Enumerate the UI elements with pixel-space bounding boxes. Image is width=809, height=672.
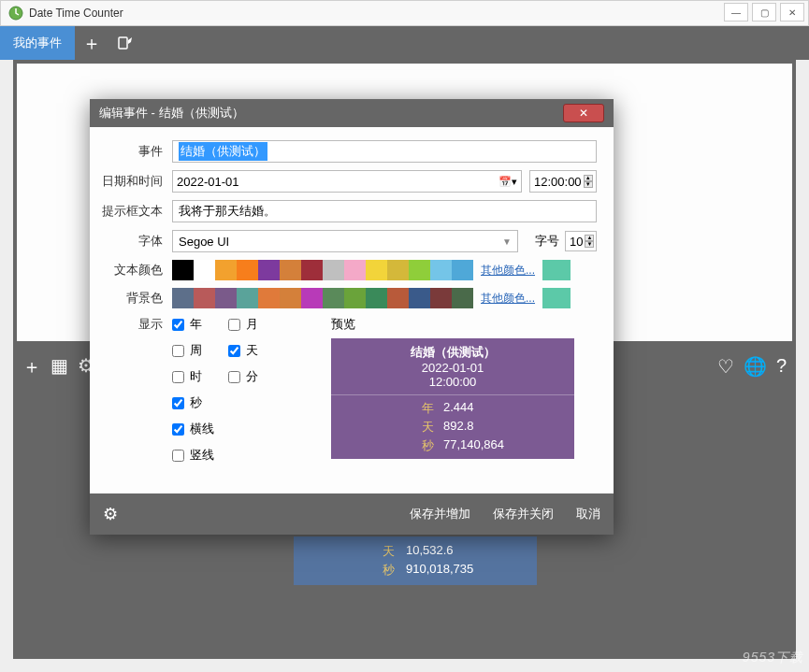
bg-color-swatches [172,288,473,308]
preview-date: 2022-01-01 [331,361,574,375]
more-text-color-link[interactable]: 其他颜色... [481,263,535,279]
text-color-swatch[interactable] [430,260,452,280]
text-color-swatch[interactable] [237,260,258,280]
bg-color-swatch[interactable] [258,288,280,308]
text-color-swatch[interactable] [194,260,215,280]
bg-row-val: 10,532.6 [406,543,454,560]
bg-color-swatch[interactable] [215,288,237,308]
check-year[interactable]: 年 [172,316,228,333]
chevron-down-icon: ▼ [502,236,512,247]
label-textcolor: 文本颜色 [99,262,172,279]
time-value: 12:00:00 [534,175,582,189]
add-event-icon[interactable]: ＋ [22,354,41,379]
text-color-swatch[interactable] [172,260,194,280]
cancel-button[interactable]: 取消 [576,506,600,522]
label-datetime: 日期和时间 [99,173,172,190]
dialog-close-button[interactable]: ✕ [563,104,604,122]
text-color-swatch[interactable] [301,260,323,280]
maximize-button[interactable]: ▢ [752,3,776,21]
check-vline[interactable]: 竖线 [172,447,228,464]
more-bg-color-link[interactable]: 其他颜色... [481,291,535,307]
minimize-button[interactable]: — [724,3,748,21]
help-icon[interactable]: ? [776,355,787,378]
edit-button[interactable] [108,26,142,60]
text-color-swatch[interactable] [258,260,280,280]
date-value: 2022-01-01 [177,175,239,189]
check-second[interactable]: 秒 [172,394,228,411]
bg-color-swatch[interactable] [452,288,473,308]
check-hline[interactable]: 横线 [172,421,228,437]
font-select[interactable]: Segoe UI ▼ [172,230,518,252]
label-fontsize: 字号 [527,233,565,250]
time-down[interactable]: ▼ [584,181,593,188]
bg-color-swatch[interactable] [194,288,215,308]
text-color-swatch[interactable] [215,260,237,280]
time-input[interactable]: 12:00:00 ▲▼ [529,170,597,193]
globe-icon[interactable]: 🌐 [744,355,767,378]
bg-color-swatch[interactable] [344,288,366,308]
date-input[interactable]: 2022-01-01 📅▾ [172,170,522,193]
bg-color-swatch[interactable] [387,288,409,308]
tooltip-input[interactable] [172,200,597,222]
bg-row-key: 秒 [294,562,406,579]
add-button[interactable]: ＋ [75,26,108,60]
fontsize-input[interactable]: 10 ▲▼ [565,231,597,251]
size-up[interactable]: ▲ [585,235,594,241]
bg-color-swatch[interactable] [172,288,194,308]
watermark: 9553下载 [743,650,803,666]
preview-time: 12:00:00 [331,375,574,389]
check-hour[interactable]: 时 [172,368,228,385]
text-color-swatch[interactable] [323,260,344,280]
settings-icon[interactable]: ⚙ [103,504,118,524]
preview-row-key: 天 [331,419,443,436]
text-color-swatch[interactable] [452,260,473,280]
bg-color-swatch[interactable] [301,288,323,308]
text-color-swatch[interactable] [344,260,366,280]
bg-color-swatch[interactable] [366,288,387,308]
bg-color-swatch[interactable] [323,288,344,308]
dialog-titlebar: 编辑事件 - 结婚（供测试） ✕ [90,99,614,127]
save-and-add-button[interactable]: 保存并增加 [410,506,470,522]
fontsize-value: 10 [570,235,583,249]
check-minute[interactable]: 分 [228,368,284,385]
size-down[interactable]: ▼ [585,241,594,248]
text-color-swatch[interactable] [409,260,430,280]
calendar-icon[interactable]: 📅▾ [498,176,517,188]
bg-color-swatch[interactable] [430,288,452,308]
app-title: Date Time Counter [29,7,123,20]
dialog-footer: ⚙ 保存并增加 保存并关闭 取消 [90,493,614,535]
label-font: 字体 [99,233,172,250]
preview-box: 结婚（供测试） 2022-01-01 12:00:00 年2.444天892.8… [331,338,574,459]
check-week[interactable]: 周 [172,342,228,359]
time-up[interactable]: ▲ [584,175,593,181]
background-event-card: 天10,532.6 秒910,018,735 [294,536,537,585]
preview-row-val: 892.8 [443,419,474,436]
bg-color-swatch[interactable] [237,288,258,308]
edit-event-dialog: 编辑事件 - 结婚（供测试） ✕ 事件 结婚（供测试） 日期和时间 2022-0… [90,99,614,535]
text-color-swatch[interactable] [366,260,387,280]
bg-color-swatch[interactable] [280,288,301,308]
check-month[interactable]: 月 [228,316,284,333]
text-color-swatch[interactable] [387,260,409,280]
preview-row-val: 2.444 [443,400,474,417]
tab-my-events[interactable]: 我的事件 [0,26,75,60]
save-and-close-button[interactable]: 保存并关闭 [493,506,554,522]
label-bgcolor: 背景色 [99,290,172,307]
close-button[interactable]: ✕ [780,3,804,21]
main-toolbar: 我的事件 ＋ [0,26,809,60]
label-event: 事件 [99,143,172,160]
event-input[interactable]: 结婚（供测试） [172,140,597,163]
preview-row-key: 年 [331,400,443,417]
svg-rect-1 [119,37,127,49]
bg-row-val: 910,018,735 [406,562,473,579]
grid-icon[interactable]: ▦ [51,354,68,379]
font-value: Segoe UI [179,235,229,249]
bg-color-swatch[interactable] [409,288,430,308]
heart-icon[interactable]: ♡ [717,355,734,378]
dialog-title: 编辑事件 - 结婚（供测试） [99,105,244,122]
text-color-swatch[interactable] [280,260,301,280]
check-day[interactable]: 天 [228,342,284,359]
app-icon [8,6,23,21]
preview-title: 结婚（供测试） [331,344,574,361]
preview-row-key: 秒 [331,437,443,454]
